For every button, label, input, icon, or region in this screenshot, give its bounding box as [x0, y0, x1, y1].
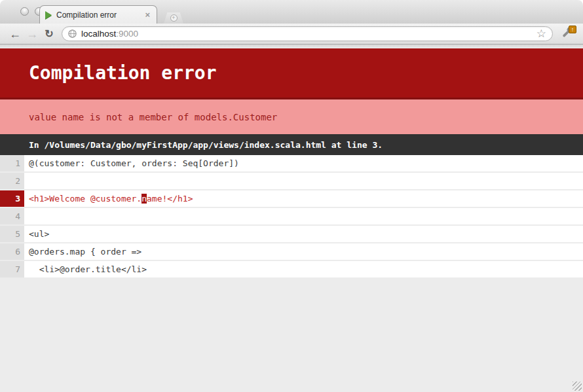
line-code [24, 173, 583, 189]
address-bar[interactable]: localhost:9000 ☆ [62, 26, 553, 41]
resize-grip[interactable] [573, 382, 582, 391]
bookmark-star-icon[interactable]: ☆ [536, 28, 546, 39]
new-tab-button[interactable]: + [164, 12, 183, 24]
error-location: In /Volumes/Data/gbo/myFirstApp/app/view… [0, 134, 583, 155]
play-framework-icon [45, 11, 52, 19]
url-host: localhost [81, 29, 116, 39]
line-number: 1 [0, 155, 24, 171]
line-number: 3 [0, 190, 24, 207]
line-code: @orders.map { order => [24, 243, 583, 260]
error-marker: n [141, 194, 147, 204]
code-line-6: 6@orders.map { order => [0, 243, 583, 260]
line-code: @(customer: Customer, orders: Seq[Order]… [24, 155, 583, 171]
code-text: <h1>Welcome @customer. [29, 194, 141, 204]
forward-button[interactable]: → [24, 28, 41, 40]
code-line-3: 3<h1>Welcome @customer.name!</h1> [0, 190, 583, 207]
line-code [24, 208, 583, 224]
browser-window: Compilation error × + ← → ↻ localhost:90… [0, 0, 583, 392]
url-text[interactable]: localhost:9000 [81, 29, 138, 39]
reload-button[interactable]: ↻ [41, 29, 58, 39]
code-line-7: 7 <li>@order.title</li> [0, 261, 583, 277]
code-listing: 1@(customer: Customer, orders: Seq[Order… [0, 155, 583, 279]
code-line-1: 1@(customer: Customer, orders: Seq[Order… [0, 155, 583, 171]
navigation-toolbar: ← → ↻ localhost:9000 ☆ ↑ [0, 24, 583, 45]
settings-menu-button[interactable]: ↑ [558, 26, 576, 43]
line-code: <h1>Welcome @customer.name!</h1> [24, 190, 583, 207]
line-number: 6 [0, 243, 24, 260]
line-code: <li>@order.title</li> [24, 261, 583, 277]
code-line-5: 5<ul> [0, 226, 583, 242]
error-message: value name is not a member of models.Cus… [0, 99, 583, 134]
globe-icon [68, 29, 77, 38]
code-text: ame!</h1> [147, 194, 193, 204]
code-line-4: 4 [0, 208, 583, 224]
line-code: <ul> [24, 226, 583, 242]
back-button[interactable]: ← [7, 28, 24, 40]
tab-close-icon[interactable]: × [143, 10, 151, 19]
line-number: 4 [0, 208, 24, 224]
tab-strip: Compilation error × + [0, 0, 583, 24]
tab-title: Compilation error [56, 10, 143, 20]
page-title: Compilation error [0, 48, 583, 99]
browser-tab[interactable]: Compilation error × [39, 5, 157, 24]
page-background [0, 279, 583, 392]
line-number: 2 [0, 173, 24, 189]
line-number: 7 [0, 261, 24, 277]
code-line-2: 2 [0, 173, 583, 189]
new-tab-plus-icon: + [170, 14, 178, 22]
close-window-button[interactable] [20, 7, 29, 16]
url-port: :9000 [116, 29, 138, 39]
line-number: 5 [0, 226, 24, 242]
update-badge: ↑ [569, 26, 576, 33]
error-page: Compilation error value name is not a me… [0, 45, 583, 392]
